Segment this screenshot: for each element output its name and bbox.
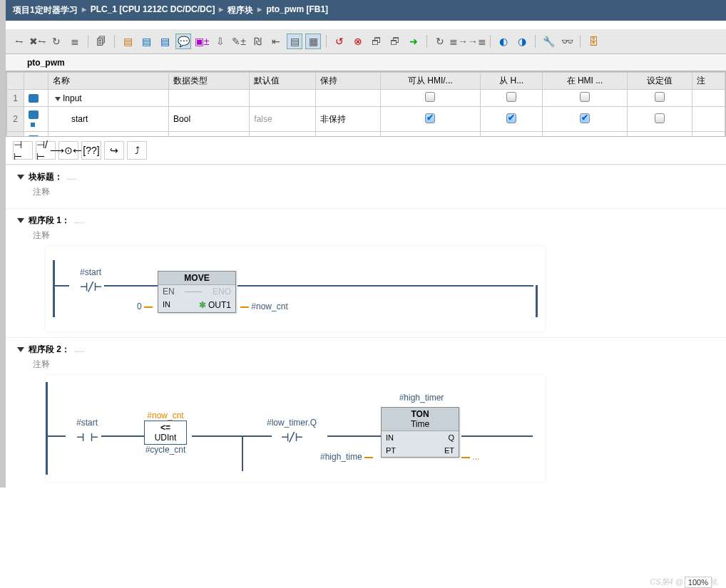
set-cell[interactable]	[627, 90, 692, 107]
retain-cell[interactable]	[315, 90, 380, 107]
hmi-cell[interactable]	[543, 90, 627, 107]
chevron-down-icon[interactable]	[17, 218, 24, 223]
tool-icon[interactable]: ◐	[496, 33, 511, 49]
set-cell[interactable]	[627, 132, 692, 138]
tool-icon[interactable]: 🗄	[586, 33, 601, 49]
chevron-down-icon[interactable]	[17, 175, 24, 180]
type-cell[interactable]: Bool	[169, 107, 250, 132]
col-header[interactable]: 从 H...	[481, 73, 543, 90]
copy-icon[interactable]: 🗐	[93, 33, 109, 49]
contact-no-icon[interactable]: ⊣ ⊢	[13, 141, 33, 160]
tool-icon[interactable]: ✎±	[231, 33, 247, 49]
compare-instruction[interactable]: #now_cnt <= UDInt #cycle_cnt	[144, 411, 187, 455]
network-title[interactable]: 程序段 1：	[29, 215, 70, 227]
nc-contact[interactable]: #low_timer.Q ⊣/⊢	[267, 418, 317, 444]
ton-instruction[interactable]: TONTime INQ PTET	[381, 407, 459, 458]
tool-icon[interactable]: ▤	[157, 33, 173, 49]
name-cell[interactable]: high_time	[48, 132, 169, 138]
comment-field[interactable]: 注释	[33, 186, 715, 198]
no-contact[interactable]: #start ⊣ ⊢	[66, 418, 108, 444]
hmi-cell[interactable]	[543, 132, 627, 138]
crumb[interactable]: 项目1定时器学习	[13, 4, 78, 16]
zoom-indicator[interactable]: 100%	[685, 577, 712, 588]
col-header[interactable]: 保持	[315, 73, 380, 90]
tool-icon[interactable]: 🗗	[369, 33, 384, 49]
tool-icon[interactable]: ◑	[514, 33, 530, 49]
ladder-canvas[interactable]: #start ⊣/⊢ MOVE EN——ENO IN ✱ OUT1 0 #now…	[46, 246, 545, 331]
type-cell[interactable]	[169, 90, 250, 107]
table-row[interactable]: 3 high_time Time T#0ms 非保持	[7, 132, 725, 138]
in-value[interactable]: 0	[137, 301, 153, 311]
default-cell[interactable]: T#0ms	[250, 132, 315, 138]
col-header[interactable]: 名称	[48, 73, 169, 90]
branch-icon[interactable]: ↪	[104, 141, 124, 160]
refresh-icon[interactable]: ↻	[48, 33, 64, 49]
default-cell[interactable]	[250, 90, 315, 107]
tool-icon[interactable]: ₪	[250, 33, 265, 49]
default-cell[interactable]: false	[250, 107, 315, 132]
tool-icon[interactable]: ⥊	[11, 33, 27, 49]
table-row[interactable]: 1 Input	[7, 90, 725, 107]
hmi-cell[interactable]	[380, 132, 481, 138]
tool-icon[interactable]: ▦	[305, 33, 321, 49]
retain-cell[interactable]: 非保持	[315, 107, 380, 132]
tool-icon[interactable]: 🗗	[387, 33, 403, 49]
col-header[interactable]: 可从 HMI/...	[380, 73, 481, 90]
col-header[interactable]	[7, 73, 24, 90]
col-header[interactable]: 设定值	[627, 73, 692, 90]
coil-icon[interactable]: ⟶⊙⟵	[58, 141, 78, 160]
tool-icon[interactable]: ➜	[406, 33, 421, 49]
col-header[interactable]: 注	[692, 73, 725, 90]
chevron-down-icon[interactable]	[17, 347, 24, 352]
tool-icon[interactable]: ✖⥊	[30, 33, 46, 49]
set-cell[interactable]	[627, 107, 692, 132]
tool-icon[interactable]: ⇤	[268, 33, 284, 49]
hmi-cell[interactable]	[543, 107, 627, 132]
network-title[interactable]: 程序段 2：	[29, 344, 70, 356]
retain-cell[interactable]: 非保持	[315, 132, 380, 138]
move-instruction[interactable]: MOVE EN——ENO IN ✱ OUT1	[158, 271, 236, 313]
col-header[interactable]: 在 HMI ...	[543, 73, 627, 90]
name-cell[interactable]: Input	[48, 90, 169, 107]
tool-icon[interactable]: ≣	[67, 33, 83, 49]
download-icon[interactable]: ⇩	[213, 33, 228, 49]
tool-icon[interactable]: ▣±	[194, 33, 210, 49]
tool-icon[interactable]: ▤	[120, 33, 136, 49]
hmi-cell[interactable]	[481, 107, 543, 132]
comment-field[interactable]: 注释	[33, 359, 715, 371]
hmi-cell[interactable]	[481, 90, 543, 107]
comment-icon[interactable]: 💬	[175, 33, 191, 49]
comment-field[interactable]: 注释	[33, 229, 715, 242]
tool-icon[interactable]: ⊗	[350, 33, 366, 49]
name-cell[interactable]: start	[48, 107, 169, 132]
tool-icon[interactable]: ↺	[332, 33, 347, 49]
out-value[interactable]: #now_cnt	[240, 301, 288, 311]
tool-icon[interactable]: ▤	[287, 33, 302, 49]
branch-close-icon[interactable]: ⤴	[127, 141, 147, 160]
col-header[interactable]: 默认值	[250, 73, 315, 90]
hmi-cell[interactable]	[380, 107, 481, 132]
nc-contact[interactable]: #start ⊣/⊢	[69, 267, 112, 294]
crumb[interactable]: PLC_1 [CPU 1212C DC/DC/DC]	[91, 4, 215, 16]
tag-cell	[24, 132, 48, 138]
tool-icon[interactable]: ▤	[138, 33, 154, 49]
tool-icon[interactable]: ≣→	[451, 33, 466, 49]
crumb[interactable]: pto_pwm [FB1]	[266, 4, 328, 16]
crumb[interactable]: 程序块	[227, 4, 253, 16]
box-icon[interactable]: [??]	[81, 141, 101, 160]
timer-instance-label[interactable]: #high_timer	[379, 393, 464, 403]
tool-icon[interactable]: ↻	[432, 33, 448, 49]
col-header[interactable]	[24, 73, 48, 90]
hmi-cell[interactable]	[481, 132, 543, 138]
ladder-canvas[interactable]: #start ⊣ ⊢ #now_cnt <= UDInt #cycle_cnt …	[46, 375, 545, 482]
wrench-icon[interactable]: 🔧	[541, 33, 556, 49]
section-title[interactable]: 块标题：	[29, 171, 63, 183]
pt-value[interactable]: #high_time	[320, 452, 373, 462]
table-row[interactable]: 2 start Bool false 非保持	[7, 107, 725, 132]
hmi-cell[interactable]	[380, 90, 481, 107]
type-cell[interactable]: Time	[169, 132, 250, 138]
col-header[interactable]: 数据类型	[169, 73, 250, 90]
et-value[interactable]: ...	[461, 452, 479, 462]
glasses-icon[interactable]: 👓	[559, 33, 575, 49]
tool-icon[interactable]: →≣	[469, 33, 485, 49]
